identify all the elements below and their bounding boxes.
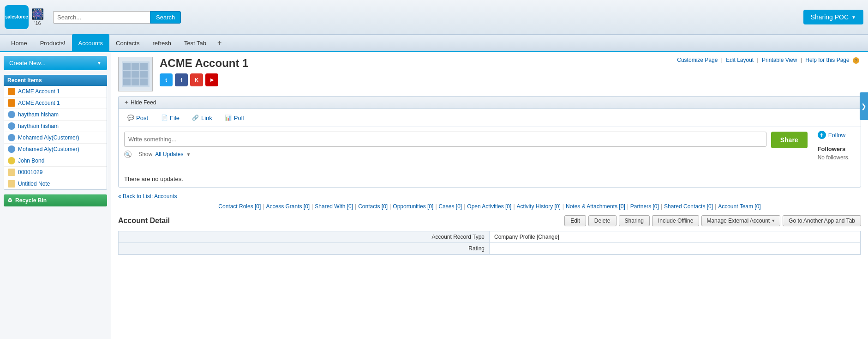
sidebar-item-haytham2[interactable]: haytham hisham bbox=[4, 121, 107, 132]
contact-icon bbox=[8, 111, 15, 118]
sub-navigation: Contact Roles [0] | Access Grants [0] | … bbox=[118, 203, 861, 210]
include-offline-button[interactable]: Include Offline bbox=[652, 215, 700, 226]
sidebar-item-acme1[interactable]: ACME Account 1 bbox=[4, 86, 107, 97]
account-info: ACME Account 1 t f K ▶ bbox=[160, 57, 670, 86]
sidebar-item-acme2[interactable]: ACME Account 1 bbox=[4, 97, 107, 109]
feed-tabs: 💬 Post 📄 File 🔗 Link 📊 Poll bbox=[119, 109, 861, 127]
sharing-poc-button[interactable]: Sharing POC bbox=[803, 10, 863, 24]
edit-layout-link[interactable]: Edit Layout bbox=[726, 57, 754, 63]
detail-action-buttons: Edit Delete Sharing Include Offline Mana… bbox=[564, 215, 861, 226]
facebook-button[interactable]: f bbox=[175, 73, 188, 86]
nav-item-accounts[interactable]: Accounts bbox=[72, 34, 109, 52]
nav-item-products[interactable]: Products! bbox=[34, 34, 72, 52]
opportunities-link[interactable]: Opportunities [0] bbox=[393, 203, 433, 210]
sidebar: Create New... Recent Items ACME Account … bbox=[0, 52, 111, 339]
back-to-list-link[interactable]: « Back to List: Accounts bbox=[118, 193, 177, 200]
post-icon: 💬 bbox=[127, 114, 134, 121]
file-tab[interactable]: 📄 File bbox=[158, 113, 182, 123]
share-button[interactable]: Share bbox=[771, 132, 808, 148]
contacts-link[interactable]: Contacts [0] bbox=[358, 203, 388, 210]
post-tab[interactable]: 💬 Post bbox=[124, 113, 151, 123]
account-logo bbox=[118, 57, 153, 91]
youtube-button[interactable]: ▶ bbox=[205, 73, 218, 86]
link-tab[interactable]: 🔗 Link bbox=[189, 113, 215, 123]
rating-value bbox=[490, 243, 861, 254]
twitter-button[interactable]: t bbox=[160, 73, 173, 86]
create-new-button[interactable]: Create New... bbox=[4, 56, 107, 70]
follow-button[interactable]: + Follow bbox=[818, 129, 846, 140]
sidebar-item-haytham1[interactable]: haytham hisham bbox=[4, 109, 107, 121]
cases-link[interactable]: Cases [0] bbox=[439, 203, 462, 210]
contact-icon bbox=[8, 134, 15, 141]
partners-link[interactable]: Partners [0] bbox=[630, 203, 659, 210]
go-to-app-button[interactable]: Go to Another App and Tab bbox=[783, 215, 861, 226]
notes-attachments-link[interactable]: Notes & Attachments [0] bbox=[566, 203, 625, 210]
hide-feed-icon: ✦ bbox=[124, 99, 129, 106]
rating-label: Rating bbox=[119, 243, 490, 254]
help-link[interactable]: Help for this Page bbox=[805, 57, 849, 63]
access-grants-link[interactable]: Access Grants [0] bbox=[266, 203, 310, 210]
navigation-bar: Home Products! Accounts Contacts refresh… bbox=[0, 35, 868, 52]
feed-input-area: 🔍 | Show All Updates ▼ bbox=[124, 132, 766, 166]
recycle-bin[interactable]: ♻ Recycle Bin bbox=[4, 194, 107, 206]
poll-icon: 📊 bbox=[225, 114, 232, 121]
nav-item-refresh[interactable]: refresh bbox=[146, 34, 177, 52]
printable-view-link[interactable]: Printable View bbox=[762, 57, 797, 63]
open-activities-link[interactable]: Open Activities [0] bbox=[467, 203, 511, 210]
sidebar-item-mohamed1[interactable]: Mohamed Aly(Customer) bbox=[4, 132, 107, 144]
nav-item-test-tab[interactable]: Test Tab bbox=[178, 34, 213, 52]
search-area: Search bbox=[53, 11, 181, 24]
recycle-icon: ♻ bbox=[7, 197, 12, 204]
recent-items-list: ACME Account 1 ACME Account 1 haytham hi… bbox=[4, 86, 107, 190]
note-icon bbox=[8, 180, 15, 188]
nav-add-tab[interactable]: + bbox=[213, 37, 226, 49]
feed-section: ✦ Hide Feed 💬 Post 📄 File 🔗 Link 📊 bbox=[118, 96, 861, 188]
follow-section: + Follow Followers No followers. bbox=[812, 129, 855, 166]
klout-button[interactable]: K bbox=[190, 73, 203, 86]
recent-items-title: Recent Items bbox=[4, 75, 107, 86]
account-team-link[interactable]: Account Team [0] bbox=[718, 203, 761, 210]
shared-contacts-link[interactable]: Shared Contacts [0] bbox=[664, 203, 713, 210]
hide-feed-button[interactable]: ✦ Hide Feed bbox=[119, 97, 861, 109]
sidebar-item-mohamed2[interactable]: Mohamed Aly(Customer) bbox=[4, 144, 107, 155]
search-input[interactable] bbox=[53, 11, 150, 24]
poll-tab[interactable]: 📊 Poll bbox=[222, 113, 247, 123]
salesforce-logo: salesforce bbox=[5, 5, 29, 29]
header: salesforce 🎆 '16 Search Sharing POC bbox=[0, 0, 868, 35]
contact-roles-link[interactable]: Contact Roles [0] bbox=[218, 203, 261, 210]
search-button[interactable]: Search bbox=[150, 11, 181, 24]
followers-title: Followers bbox=[818, 145, 850, 152]
follow-plus-icon: + bbox=[818, 131, 826, 139]
search-filter-icon[interactable]: 🔍 bbox=[124, 151, 132, 158]
account-icon bbox=[8, 88, 15, 95]
account-title: ACME Account 1 bbox=[160, 57, 670, 70]
account-icon bbox=[8, 99, 15, 107]
search-filter: 🔍 | Show All Updates ▼ bbox=[124, 151, 766, 158]
write-something-input[interactable] bbox=[124, 132, 766, 147]
contact-icon bbox=[8, 122, 15, 130]
contact-icon bbox=[8, 145, 15, 153]
nav-item-contacts[interactable]: Contacts bbox=[109, 34, 146, 52]
right-edge-panel[interactable]: ❯ bbox=[860, 92, 868, 120]
sidebar-item-case[interactable]: 00001029 bbox=[4, 167, 107, 178]
logo-area: salesforce 🎆 '16 bbox=[5, 5, 44, 29]
all-updates-link[interactable]: All Updates bbox=[155, 151, 183, 157]
delete-button[interactable]: Delete bbox=[588, 215, 617, 226]
account-detail-title: Account Detail bbox=[118, 217, 170, 225]
edit-button[interactable]: Edit bbox=[564, 215, 586, 226]
back-to-list: « Back to List: Accounts bbox=[118, 193, 861, 200]
main-content: Create New... Recent Items ACME Account … bbox=[0, 52, 868, 339]
sidebar-item-note[interactable]: Untitled Note bbox=[4, 178, 107, 189]
account-detail-section: Account Detail Edit Delete Sharing Inclu… bbox=[118, 215, 861, 226]
manage-external-account-button[interactable]: Manage External Account bbox=[701, 215, 780, 226]
updates-chevron-icon: ▼ bbox=[186, 152, 191, 157]
shared-with-link[interactable]: Shared With [0] bbox=[315, 203, 353, 210]
logo-badge: 🎆 '16 bbox=[31, 8, 44, 26]
sharing-button[interactable]: Sharing bbox=[619, 215, 650, 226]
file-icon: 📄 bbox=[161, 114, 168, 121]
nav-item-home[interactable]: Home bbox=[5, 34, 34, 52]
activity-history-link[interactable]: Activity History [0] bbox=[517, 203, 561, 210]
customize-page-link[interactable]: Customize Page bbox=[677, 57, 718, 63]
sidebar-item-john[interactable]: John Bond bbox=[4, 155, 107, 167]
account-detail-fields: Account Record Type Company Profile [Cha… bbox=[118, 231, 861, 255]
